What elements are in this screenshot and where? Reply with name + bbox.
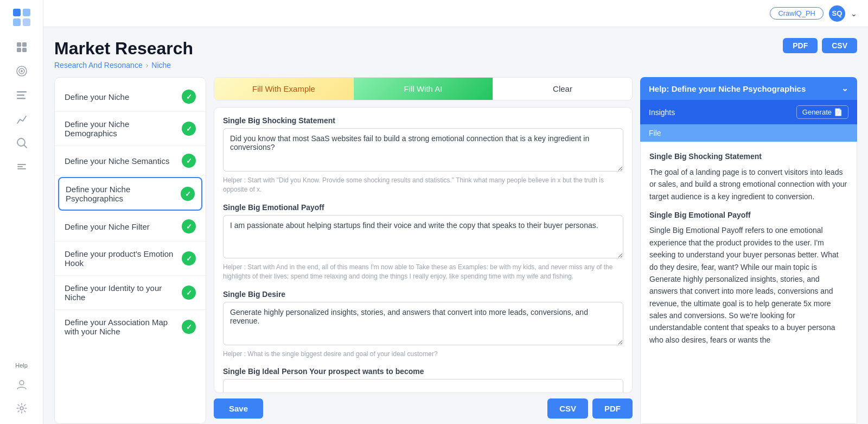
check-icon [182, 251, 196, 265]
svg-rect-3 [23, 18, 30, 26]
check-icon [181, 187, 195, 201]
nav-item[interactable]: Define your Association Map with your Ni… [55, 310, 206, 344]
edit-icon[interactable] [11, 156, 32, 177]
bottom-bar: Save CSV PDF [214, 393, 633, 424]
left-panel: Define your NicheDefine your Niche Demog… [54, 77, 206, 424]
user-chip[interactable]: CrawlQ_PH [770, 7, 824, 20]
target-icon[interactable] [11, 61, 32, 81]
fill-ai-button[interactable]: Fill With AI [354, 78, 493, 100]
form-textarea[interactable] [223, 128, 623, 172]
form-helper: Helper : What is the single biggest desi… [223, 350, 623, 359]
help-title: Help: Define your Niche Psychographics [649, 84, 806, 93]
breadcrumb-parent[interactable]: Research And Resonance [54, 61, 143, 69]
columns: Define your NicheDefine your Niche Demog… [54, 77, 857, 424]
svg-point-20 [20, 407, 23, 410]
form-group: Single Big Shocking StatementHelper : St… [223, 116, 623, 194]
nav-item-label: Define your Association Map with your Ni… [65, 318, 182, 336]
list-icon[interactable] [11, 85, 32, 105]
svg-rect-1 [23, 9, 30, 16]
user-menu-chevron[interactable]: ⌄ [851, 9, 857, 18]
help-label: Help [15, 362, 28, 369]
page-header: Market Research Research And Resonance ›… [54, 38, 857, 69]
check-icon [182, 122, 196, 136]
help-chevron-icon: ⌄ [841, 84, 848, 93]
check-icon [182, 90, 196, 104]
insight-title: Single Big Shocking Statement [649, 150, 848, 162]
nav-item[interactable]: Define your Niche [55, 82, 206, 112]
nav-item[interactable]: Define your Identity to your Niche [55, 276, 206, 310]
breadcrumb-separator: › [146, 61, 149, 69]
svg-rect-2 [13, 18, 21, 26]
bottom-csv-button[interactable]: CSV [547, 398, 588, 419]
form-helper: Helper : Start with And in the end, all … [223, 263, 623, 281]
nav-item[interactable]: Define your Niche Demographics [55, 112, 206, 146]
clear-button[interactable]: Clear [493, 78, 632, 100]
form-textarea[interactable] [223, 215, 623, 258]
header-buttons: PDF CSV [783, 38, 857, 53]
nav-item-label: Define your Niche Psychographics [66, 185, 181, 203]
generate-button[interactable]: Generate 📄 [796, 105, 848, 119]
svg-rect-7 [22, 48, 27, 52]
breadcrumb-current: Niche [151, 61, 171, 69]
nav-item-label: Define your Niche Filter [65, 222, 182, 231]
csv-button[interactable]: CSV [822, 38, 857, 53]
svg-line-15 [24, 145, 27, 148]
dashboard-icon[interactable] [11, 37, 32, 58]
action-bar: Fill With Example Fill With AI Clear [214, 77, 633, 100]
form-label: Single Big Ideal Person Your prospect wa… [223, 367, 623, 376]
breadcrumb: Research And Resonance › Niche [54, 61, 193, 69]
right-panel: Help: Define your Niche Psychographics ⌄… [640, 77, 857, 424]
form-label: Single Big Desire [223, 290, 623, 299]
form-scroll: Single Big Shocking StatementHelper : St… [214, 107, 633, 393]
user-avatar[interactable]: SQ [829, 5, 845, 22]
insight-title: Single Big Emotional Payoff [649, 209, 848, 221]
svg-rect-13 [17, 98, 25, 99]
search-icon[interactable] [11, 132, 32, 153]
check-icon [182, 286, 196, 300]
chart-icon[interactable] [11, 109, 32, 129]
form-helper: Helper : Start with "Did you Know. Provi… [223, 176, 623, 194]
insight-body: The goal of a landing page is to convert… [649, 166, 848, 202]
svg-rect-17 [17, 164, 26, 165]
top-bar: CrawlQ_PH SQ ⌄ [43, 0, 868, 27]
pdf-button[interactable]: PDF [783, 38, 818, 53]
form-label: Single Big Shocking Statement [223, 116, 623, 125]
nav-item-label: Define your Niche Demographics [65, 119, 182, 138]
nav-item-label: Define your Identity to your Niche [65, 283, 182, 302]
page-title: Market Research [54, 38, 193, 59]
svg-point-19 [20, 381, 24, 385]
check-icon [182, 320, 196, 334]
insights-content: Single Big Shocking StatementThe goal of… [640, 142, 857, 424]
person-icon[interactable] [11, 374, 32, 395]
gear-icon[interactable] [11, 398, 32, 419]
file-label: File [649, 129, 661, 137]
app-logo[interactable] [10, 5, 34, 29]
svg-rect-12 [17, 94, 24, 96]
fill-example-button[interactable]: Fill With Example [214, 78, 354, 100]
check-icon [182, 219, 196, 233]
nav-item[interactable]: Define your Niche Filter [55, 212, 206, 242]
form-textarea[interactable] [223, 379, 623, 393]
svg-rect-11 [17, 91, 27, 93]
svg-rect-6 [17, 48, 21, 52]
form-label: Single Big Emotional Payoff [223, 203, 623, 212]
check-icon [182, 154, 196, 168]
middle-panel: Fill With Example Fill With AI Clear Sin… [214, 77, 633, 424]
svg-rect-16 [17, 168, 26, 169]
nav-item-label: Define your product's Emotion Hook [65, 249, 182, 268]
nav-item-label: Define your Niche [65, 92, 182, 102]
bottom-pdf-button[interactable]: PDF [592, 398, 633, 419]
help-header[interactable]: Help: Define your Niche Psychographics ⌄ [640, 77, 857, 100]
insights-label: Insights [649, 108, 675, 117]
form-textarea[interactable] [223, 302, 623, 345]
nav-item[interactable]: Define your Niche Semantics [55, 146, 206, 176]
svg-rect-0 [13, 9, 21, 16]
insight-body: Single Big Emotional Payoff refers to on… [649, 224, 848, 346]
generate-label: Generate [802, 108, 832, 116]
nav-item[interactable]: Define your product's Emotion Hook [55, 242, 206, 276]
save-button[interactable]: Save [214, 398, 263, 419]
form-group: Single Big Ideal Person Your prospect wa… [223, 367, 623, 393]
svg-rect-4 [17, 42, 21, 47]
nav-item[interactable]: Define your Niche Psychographics [58, 177, 202, 211]
sidebar: Help [0, 0, 43, 424]
